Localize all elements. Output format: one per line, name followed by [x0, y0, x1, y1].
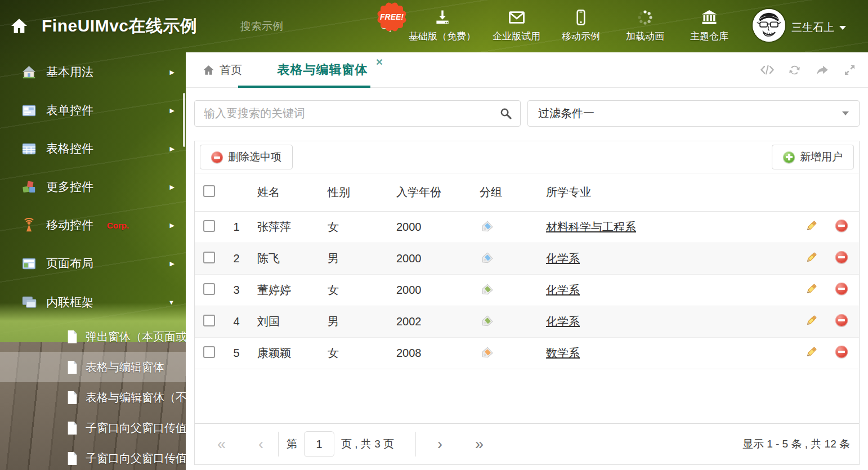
add-user-button[interactable]: 新增用户 — [772, 145, 854, 169]
antenna-icon — [21, 218, 37, 233]
keyword-search-box[interactable] — [194, 100, 521, 127]
page: FineUIMvc在线示例 FREE! 基础版（免费） 企业版试用 移动示例 加… — [0, 0, 868, 470]
sidebar-subitem-grid-edit-window-2[interactable]: 表格与编辑窗体（不... — [0, 382, 186, 413]
row-checkbox[interactable] — [203, 220, 215, 232]
page-suffix: 页 , 共 3 页 — [341, 437, 394, 451]
share-icon[interactable] — [815, 63, 829, 77]
sidebar-item-grid-controls[interactable]: 表格控件 ▶ — [0, 133, 186, 164]
file-icon — [66, 421, 78, 435]
search-icon[interactable] — [499, 107, 512, 120]
free-badge: FREE! — [376, 1, 408, 33]
major-link[interactable]: 化学系 — [546, 284, 580, 296]
sidebar-item-mobile-controls[interactable]: 移动控件 Corp. ▶ — [0, 209, 186, 241]
avatar[interactable] — [753, 9, 785, 42]
page-number-input[interactable] — [304, 431, 334, 457]
sidebar-item-form-controls[interactable]: 表单控件 ▶ — [0, 95, 186, 126]
grid-toolbar: 删除选中项 新增用户 — [195, 141, 859, 173]
last-page-button[interactable]: » — [475, 437, 484, 452]
major-link[interactable]: 数学系 — [546, 347, 580, 359]
sidebar-subitem-grid-edit-window[interactable]: 表格与编辑窗体 — [0, 352, 186, 382]
delete-row-icon[interactable] — [835, 283, 848, 295]
nav-basic-edition[interactable]: FREE! 基础版（免费） — [409, 6, 476, 43]
tab-active[interactable]: 表格与编辑窗体 × — [269, 52, 376, 87]
sidebar-item-more-controls[interactable]: 更多控件 ▶ — [0, 171, 186, 203]
envelope-icon — [508, 9, 525, 26]
filter-dropdown[interactable]: 过滤条件一 — [527, 100, 860, 127]
chevron-down-icon — [842, 111, 849, 115]
sidebar-subitem-child-to-parent[interactable]: 子窗口向父窗口传值 — [0, 413, 186, 443]
delete-selected-button[interactable]: 删除选中项 — [200, 145, 293, 169]
sidebar-scrollbar[interactable] — [183, 93, 185, 147]
minus-circle-icon — [211, 151, 223, 163]
nav-mobile-demo[interactable]: 移动示例 — [557, 6, 605, 43]
tab-toolbar — [760, 52, 857, 87]
column-header-group[interactable]: 分组 — [475, 185, 542, 200]
record-summary: 显示 1 - 5 条 , 共 12 条 — [742, 437, 850, 451]
sidebar-subitem-child-to-parent-2[interactable]: 子窗口向父窗口传值... — [0, 443, 186, 470]
header-search-input[interactable] — [239, 20, 379, 33]
cell-gender: 男 — [323, 251, 392, 266]
username-menu[interactable]: 三生石上 — [791, 20, 846, 35]
cell-name: 张萍萍 — [253, 220, 323, 235]
column-header-major[interactable]: 所学专业 — [542, 185, 799, 200]
bank-icon — [701, 9, 718, 26]
frames-icon — [21, 295, 37, 310]
row-checkbox[interactable] — [203, 346, 215, 358]
edit-pencil-icon[interactable] — [805, 282, 818, 296]
fullscreen-icon[interactable] — [843, 63, 857, 77]
edit-pencil-icon[interactable] — [805, 250, 818, 264]
sidebar-item-basic-usage[interactable]: 基本用法 ▶ — [0, 56, 186, 88]
select-all-checkbox[interactable] — [203, 185, 215, 197]
form-icon — [21, 103, 37, 118]
nav-theme-repository[interactable]: 主题仓库 — [686, 6, 733, 43]
view-source-icon[interactable] — [760, 63, 774, 77]
close-tab-icon[interactable]: × — [376, 56, 383, 68]
header-search-box[interactable] — [239, 16, 360, 37]
nav-enterprise-trial[interactable]: 企业版试用 — [493, 6, 540, 43]
table-icon — [21, 141, 37, 156]
delete-row-icon[interactable] — [835, 346, 848, 358]
nav-loading-animation[interactable]: 加载动画 — [621, 6, 669, 43]
delete-row-icon[interactable] — [835, 314, 848, 326]
cell-name: 康颖颖 — [253, 346, 323, 361]
row-checkbox[interactable] — [203, 252, 215, 263]
tab-bar: 首页 表格与编辑窗体 × — [186, 52, 868, 88]
edit-pencil-icon[interactable] — [805, 219, 818, 232]
table-row: 5 康颖颖 女 2008 数学系 — [195, 338, 859, 369]
first-page-button[interactable]: « — [217, 437, 226, 452]
cell-gender: 女 — [323, 346, 392, 361]
row-checkbox[interactable] — [203, 315, 215, 326]
tab-home[interactable]: 首页 — [203, 52, 242, 87]
column-header-year[interactable]: 入学年份 — [392, 185, 475, 200]
major-link[interactable]: 材料科学与工程系 — [546, 221, 636, 233]
major-link[interactable]: 化学系 — [546, 252, 580, 265]
table-body: 1 张萍萍 女 2000 材料科学与工程系 2 陈飞 男 2000 — [195, 212, 859, 369]
file-icon — [66, 330, 78, 344]
chevron-right-icon: ▶ — [170, 183, 175, 191]
sidebar-item-inline-frame[interactable]: 内联框架 ▼ — [0, 287, 186, 318]
prev-page-button[interactable]: ‹ — [258, 437, 263, 452]
sidebar-subitem-popup-window[interactable]: 弹出窗体（本页面或... — [0, 321, 186, 352]
delete-row-icon[interactable] — [835, 251, 848, 263]
row-number: 5 — [220, 347, 253, 360]
pagination-bar: « ‹ 第 页 , 共 3 页 › » 显示 1 - 5 条 , 共 12 条 — [195, 423, 859, 464]
row-checkbox[interactable] — [203, 283, 215, 295]
mobile-icon — [572, 9, 589, 26]
next-page-button[interactable]: › — [437, 437, 442, 452]
column-header-name[interactable]: 姓名 — [253, 185, 323, 200]
edit-pencil-icon[interactable] — [805, 314, 818, 327]
delete-row-icon[interactable] — [835, 220, 848, 232]
sidebar-item-page-layout[interactable]: 页面布局 ▶ — [0, 248, 186, 279]
main-content: 首页 表格与编辑窗体 × 过滤条件一 — [186, 52, 868, 470]
file-icon — [66, 391, 78, 405]
major-link[interactable]: 化学系 — [546, 315, 580, 328]
column-header-gender[interactable]: 性别 — [323, 185, 392, 200]
cell-name: 董婷婷 — [253, 283, 323, 298]
tag-icon — [480, 315, 493, 329]
tag-icon — [480, 347, 493, 360]
refresh-icon[interactable] — [788, 63, 802, 77]
home-icon[interactable] — [10, 17, 28, 35]
file-icon — [66, 360, 78, 374]
edit-pencil-icon[interactable] — [805, 345, 818, 359]
keyword-search-input[interactable] — [195, 107, 499, 120]
